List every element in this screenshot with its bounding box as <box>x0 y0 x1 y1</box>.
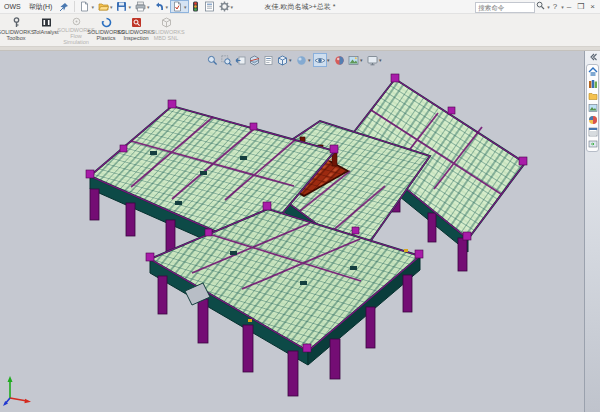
task-pane-tabs <box>586 64 599 152</box>
mbd-snl-button[interactable]: SOLIDWORKS MBD SNL <box>151 15 181 46</box>
edit-appearance-button[interactable] <box>332 53 346 67</box>
dropdown-caret[interactable]: ▾ <box>110 4 113 10</box>
annotation-view-button[interactable] <box>261 53 275 67</box>
dropdown-caret[interactable]: ▾ <box>147 4 150 10</box>
button-label: MBD SNL <box>154 35 178 41</box>
apply-scene-button[interactable] <box>346 53 360 67</box>
quick-access-toolbar: ▾ ▾ ▾ ▾ ▾ ▾ ▾ <box>77 0 235 14</box>
button-label: Toolbox <box>7 35 26 41</box>
traffic-light-icon <box>191 1 200 12</box>
display-style-icon <box>296 55 307 66</box>
toolbar-separator <box>74 1 75 12</box>
search-icon <box>536 1 545 10</box>
zoom-to-area-button[interactable] <box>219 53 233 67</box>
minimize-button[interactable]: – <box>564 1 574 13</box>
mbd-snl-icon <box>161 17 172 28</box>
solidworks-resources-tab[interactable] <box>588 139 598 149</box>
toolbox-button[interactable]: SOLIDWORKS Toolbox <box>1 15 31 46</box>
section-view-icon <box>249 55 260 66</box>
rebuild-button[interactable]: ▾ <box>170 0 189 13</box>
dropdown-caret[interactable]: ▾ <box>184 4 187 10</box>
button-label: Plastics <box>97 35 116 41</box>
new-document-button[interactable]: ▾ <box>77 0 96 13</box>
save-button[interactable]: ▾ <box>114 0 133 13</box>
previous-view-button[interactable] <box>233 53 247 67</box>
task-pane-bar <box>584 51 600 412</box>
new-document-icon <box>79 1 90 12</box>
dropdown-caret[interactable]: ▾ <box>128 4 131 10</box>
tolanalyst-icon <box>41 17 52 28</box>
file-explorer-tab[interactable] <box>588 91 598 101</box>
button-label: TolAnalyst <box>33 29 58 35</box>
print-icon <box>135 1 146 12</box>
heads-up-view-toolbar: ▾ ▾ ▾ ▾ ▾ <box>205 53 384 67</box>
titlebar-right-controls: ▾ ? ▾ – ❒ × <box>475 1 598 13</box>
close-button[interactable]: × <box>587 1 598 13</box>
traffic-light-button[interactable] <box>189 0 202 13</box>
pin-icon[interactable] <box>59 2 69 12</box>
home-tab[interactable] <box>588 67 598 77</box>
file-properties-button[interactable] <box>202 0 217 13</box>
design-library-tab[interactable] <box>588 79 598 89</box>
menu-help[interactable]: 帮助(H) <box>25 0 57 14</box>
open-button[interactable]: ▾ <box>96 0 115 13</box>
dropdown-caret[interactable]: ▾ <box>91 4 94 10</box>
button-label: Simulation <box>63 39 89 45</box>
file-properties-icon <box>204 1 215 12</box>
previous-view-icon <box>235 55 246 66</box>
search-input[interactable] <box>475 2 535 13</box>
zoom-to-fit-icon <box>207 55 218 66</box>
search-button[interactable] <box>535 1 546 14</box>
dropdown-caret[interactable]: ▾ <box>166 4 169 10</box>
custom-properties-tab[interactable] <box>588 127 598 137</box>
apply-scene-icon <box>348 55 359 66</box>
options-button[interactable]: ▾ <box>217 0 236 13</box>
display-style-button[interactable] <box>294 53 308 67</box>
command-manager-ribbon: SOLIDWORKS Toolbox TolAnalyst SOLIDWORKS… <box>0 14 600 47</box>
toolbox-icon <box>11 17 22 28</box>
print-button[interactable]: ▾ <box>133 0 152 13</box>
undo-button[interactable]: ▾ <box>152 0 171 13</box>
options-gear-icon <box>219 1 230 12</box>
graphics-viewport[interactable]: ▾ ▾ ▾ ▾ ▾ <box>0 51 584 412</box>
reference-triad <box>2 374 32 406</box>
annotation-view-icon <box>263 55 274 66</box>
view-orientation-button[interactable] <box>275 53 289 67</box>
appearances-scenes-tab[interactable] <box>588 115 598 125</box>
dropdown-caret[interactable]: ▾ <box>379 57 384 63</box>
flow-simulation-icon <box>71 17 82 26</box>
edit-appearance-icon <box>334 55 345 66</box>
dropdown-caret[interactable]: ▾ <box>231 4 234 10</box>
ribbon-lower-strip <box>0 47 600 51</box>
section-view-button[interactable] <box>247 53 261 67</box>
view-orientation-icon <box>277 55 288 66</box>
eye-icon <box>314 55 326 66</box>
collapse-task-pane-button[interactable] <box>588 53 597 61</box>
inspection-icon <box>131 17 142 28</box>
undo-icon <box>154 1 165 12</box>
rebuild-icon <box>172 1 183 12</box>
solidworks-window: OWS 帮助(H) ▾ ▾ ▾ ▾ ▾ ▾ <box>0 0 600 412</box>
zoom-to-fit-button[interactable] <box>205 53 219 67</box>
zoom-to-area-icon <box>221 55 232 66</box>
view-settings-icon <box>367 55 378 66</box>
help-button[interactable]: ? <box>550 1 560 13</box>
menu-solidworks[interactable]: OWS <box>0 0 25 14</box>
model-canvas[interactable] <box>0 51 584 412</box>
save-icon <box>116 1 127 12</box>
button-label: Inspection <box>123 35 148 41</box>
hide-show-items-button[interactable] <box>313 53 327 67</box>
maximize-button[interactable]: ❒ <box>574 1 587 13</box>
view-settings-button[interactable] <box>365 53 379 67</box>
open-icon <box>98 1 109 12</box>
view-palette-tab[interactable] <box>588 103 598 113</box>
plastics-icon <box>101 17 112 28</box>
title-bar: OWS 帮助(H) ▾ ▾ ▾ ▾ ▾ ▾ <box>0 0 600 14</box>
